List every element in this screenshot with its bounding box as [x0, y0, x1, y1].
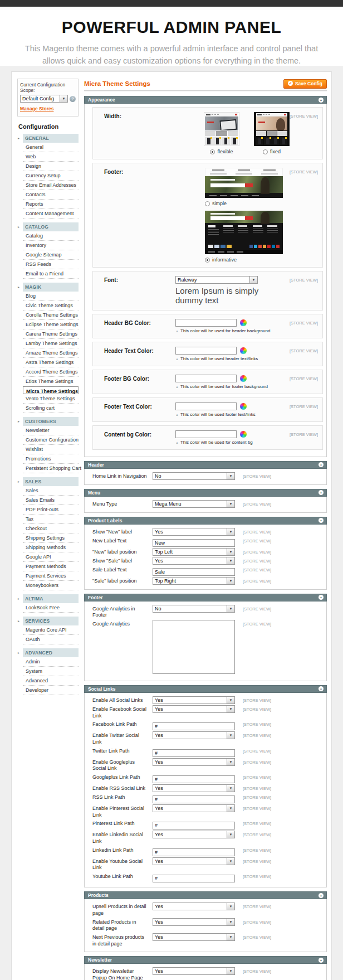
chevron-down-icon[interactable]: ▼ — [60, 95, 67, 102]
select-enable-facebook-social-link[interactable]: Yes▼ — [153, 705, 235, 713]
chevron-down-icon[interactable]: ▼ — [227, 831, 234, 838]
sidebar-item-moneybookers[interactable]: Moneybookers — [23, 581, 79, 590]
sidebar-item-promotions[interactable]: Promotions — [23, 454, 79, 464]
sidebar-item-design[interactable]: Design — [23, 162, 79, 171]
select-sale-label-position[interactable]: Top Right▼ — [153, 577, 235, 585]
sidebar-item-scrolling-cart[interactable]: Scrolling cart — [23, 404, 79, 413]
chevron-down-icon[interactable]: ▼ — [227, 557, 234, 564]
sidebar-item-web[interactable]: Web — [23, 152, 79, 162]
sidebar-item-admin[interactable]: Admin — [23, 657, 79, 667]
text-input-googleplus-link-path[interactable] — [153, 775, 235, 783]
color-picker-icon[interactable] — [240, 347, 247, 354]
select-enable-linkedin-social-link[interactable]: Yes▼ — [153, 831, 235, 838]
color-picker-icon[interactable] — [240, 403, 247, 410]
chevron-down-icon[interactable]: ▼ — [227, 732, 234, 739]
textarea-google-analytics[interactable] — [153, 620, 235, 674]
text-input-linkedin-link-path[interactable] — [153, 848, 235, 856]
select-enable-googleplus-social-link[interactable]: Yes▼ — [153, 758, 235, 766]
save-config-button[interactable]: ✓ Save Config — [283, 79, 327, 89]
footer-informative-radio[interactable] — [205, 258, 210, 263]
sidebar-item-micra-theme-settings[interactable]: Micra Theme Settings — [23, 386, 79, 394]
sidebar-section-services[interactable]: ►SERVICES — [17, 617, 79, 625]
chevron-down-icon[interactable]: ▼ — [227, 785, 234, 792]
sidebar-item-reports[interactable]: Reports — [23, 200, 79, 209]
sidebar-item-content-management[interactable]: Content Management — [23, 209, 79, 219]
width-flexible-radio[interactable] — [210, 149, 215, 154]
section-bar-header[interactable]: Header▲ — [84, 461, 327, 469]
chevron-down-icon[interactable]: ▼ — [227, 805, 234, 812]
color-input-header-bg-color[interactable] — [175, 319, 237, 327]
width-fixed-radio[interactable] — [263, 149, 268, 154]
sidebar-item-inventory[interactable]: Inventory — [23, 241, 79, 250]
sidebar-item-customer-configuration[interactable]: Customer Configuration — [23, 435, 79, 445]
sidebar-item-rss-feeds[interactable]: RSS Feeds — [23, 260, 79, 269]
sidebar-item-pdf-print-outs[interactable]: PDF Print-outs — [23, 505, 79, 515]
sidebar-item-vento-theme-settings[interactable]: Vento Theme Settings — [23, 394, 79, 404]
color-input-footer-bg-color[interactable] — [175, 375, 237, 382]
text-input-facebook-link-path[interactable] — [153, 722, 235, 730]
sidebar-item-civic-theme-settings[interactable]: Civic Theme Settings — [23, 301, 79, 311]
sidebar-item-general[interactable]: General — [23, 143, 79, 152]
chevron-down-icon[interactable]: ▼ — [249, 276, 257, 283]
color-picker-icon[interactable] — [240, 375, 247, 382]
sidebar-item-store-email-addresses[interactable]: Store Email Addresses — [23, 181, 79, 190]
sidebar-item-contacts[interactable]: Contacts — [23, 190, 79, 200]
chevron-down-icon[interactable]: ▼ — [227, 706, 234, 712]
text-input-rss-link-path[interactable] — [153, 795, 235, 803]
sidebar-item-carera-theme-settings[interactable]: Carera Theme Settings — [23, 329, 79, 339]
section-bar-products[interactable]: Products▲ — [84, 891, 327, 899]
chevron-down-icon[interactable]: ▼ — [227, 934, 234, 940]
select-new-label-position[interactable]: Top Left▼ — [153, 548, 235, 556]
chevron-down-icon[interactable]: ▼ — [227, 605, 234, 612]
sidebar-section-general[interactable]: ►GENERAL — [17, 134, 79, 143]
sidebar-item-google-api[interactable]: Google API — [23, 552, 79, 562]
select-upsell-products-in-detail-page[interactable]: Yes▼ — [153, 903, 235, 910]
font-select[interactable]: Raleway ▼ — [175, 276, 258, 284]
footer-informative-thumbnail[interactable] — [205, 211, 283, 254]
color-picker-icon[interactable] — [240, 319, 247, 326]
chevron-down-icon[interactable]: ▼ — [227, 759, 234, 765]
section-bar-menu[interactable]: Menu▲ — [84, 489, 327, 497]
sidebar-section-customers[interactable]: ►CUSTOMERS — [17, 417, 79, 426]
sidebar-section-catalog[interactable]: ►CATALOG — [17, 222, 79, 231]
chevron-down-icon[interactable]: ▼ — [227, 473, 234, 479]
sidebar-section-magik[interactable]: ►MAGIK — [17, 283, 79, 292]
collapse-icon[interactable]: ▲ — [318, 686, 324, 691]
select-google-analytics-in-footer[interactable]: No▼ — [153, 605, 235, 613]
sidebar-section-sales[interactable]: ►SALES — [17, 477, 79, 486]
footer-simple-radio[interactable] — [205, 201, 210, 206]
sidebar-item-shipping-settings[interactable]: Shipping Settings — [23, 533, 79, 543]
footer-simple-thumbnail[interactable] — [205, 168, 283, 198]
select-home-link-in-navigation[interactable]: No▼ — [153, 472, 235, 480]
section-bar-social-links[interactable]: Social Links▲ — [84, 685, 327, 693]
collapse-icon[interactable]: ▲ — [318, 462, 324, 467]
sidebar-item-lamby-theme-settings[interactable]: Lamby Theme Settings — [23, 339, 79, 348]
chevron-down-icon[interactable]: ▼ — [227, 528, 234, 535]
width-fixed-thumbnail[interactable] — [254, 112, 290, 146]
chevron-down-icon[interactable]: ▼ — [227, 697, 234, 704]
select-enable-rss-social-link[interactable]: Yes▼ — [153, 784, 235, 792]
collapse-icon[interactable]: ▲ — [318, 595, 324, 600]
select-show-sale-label[interactable]: Yes▼ — [153, 557, 235, 565]
sidebar-item-newsletter[interactable]: Newsletter — [23, 426, 79, 435]
sidebar-item-email-to-a-friend[interactable]: Email to a Friend — [23, 269, 79, 279]
collapse-icon[interactable]: ▲ — [318, 893, 324, 898]
collapse-icon[interactable]: ▲ — [318, 490, 324, 495]
select-related-products-in-detail-page[interactable]: Yes▼ — [153, 918, 235, 926]
sidebar-item-magento-core-api[interactable]: Magento Core API — [23, 625, 79, 635]
sidebar-item-oauth[interactable]: OAuth — [23, 635, 79, 644]
select-enable-youtube-social-link[interactable]: Yes▼ — [153, 857, 235, 865]
collapse-icon[interactable]: ▲ — [318, 958, 324, 963]
select-next-previous-products-in-detail-page[interactable]: Yes▼ — [153, 933, 235, 941]
sidebar-section-altima[interactable]: ►ALTIMA — [17, 594, 79, 603]
section-bar-product-labels[interactable]: Product Labels▲ — [84, 517, 327, 525]
sidebar-section-advanced[interactable]: ►ADVANCED — [17, 648, 79, 657]
text-input-pinterest-link-path[interactable] — [153, 822, 235, 829]
section-bar-appearance[interactable]: Appearance ▲ — [84, 96, 327, 104]
sidebar-item-checkout[interactable]: Checkout — [23, 524, 79, 533]
chevron-down-icon[interactable]: ▼ — [227, 968, 234, 974]
sidebar-item-google-sitemap[interactable]: Google Sitemap — [23, 250, 79, 260]
sidebar-item-wishlist[interactable]: Wishlist — [23, 445, 79, 454]
chevron-down-icon[interactable]: ▼ — [227, 578, 234, 584]
sidebar-item-accord-theme-settings[interactable]: Accord Theme Settings — [23, 367, 79, 377]
